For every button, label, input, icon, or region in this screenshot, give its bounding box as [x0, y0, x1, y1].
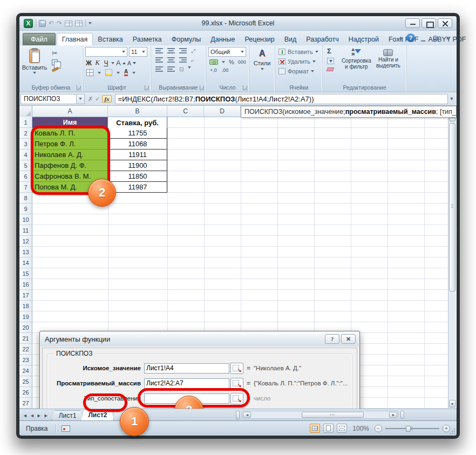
- row-header-5[interactable]: 5: [19, 160, 32, 171]
- align-center-icon[interactable]: [167, 57, 175, 63]
- enter-entry-icon[interactable]: ✓: [95, 96, 100, 103]
- vertical-scrollbar-thumb[interactable]: [449, 123, 455, 291]
- row-header-22[interactable]: 22: [19, 344, 32, 355]
- ribbon-tab-2[interactable]: Разметка: [128, 33, 167, 45]
- horizontal-scrollbar-thumb[interactable]: [302, 412, 364, 418]
- tab-scroll-splitter[interactable]: [236, 411, 240, 419]
- first-sheet-icon[interactable]: ◄: [23, 413, 28, 418]
- select-all-corner[interactable]: [19, 106, 32, 117]
- zoom-level[interactable]: 100%: [352, 425, 369, 432]
- ribbon-tab-6[interactable]: Вид: [280, 33, 302, 45]
- row-header-2[interactable]: 2: [19, 128, 32, 139]
- dialog-title-bar[interactable]: Аргументы функции ? ✕: [40, 332, 359, 347]
- fill-color-icon[interactable]: [105, 69, 112, 76]
- borders-icon[interactable]: [86, 69, 93, 76]
- name-box-dropdown-icon[interactable]: [77, 94, 85, 104]
- column-header-b[interactable]: B: [108, 106, 167, 117]
- increase-decimal-icon[interactable]: +,0: [210, 67, 217, 73]
- orientation-icon[interactable]: ⤢: [191, 48, 195, 55]
- delete-cells-button[interactable]: Удалить: [278, 58, 320, 65]
- find-select-button[interactable]: Найти и выделить: [372, 48, 404, 83]
- accounting-format-icon[interactable]: [209, 59, 218, 65]
- workbook-minimize-icon[interactable]: ▁: [419, 35, 427, 41]
- dialog-launcher-icon[interactable]: [145, 85, 149, 90]
- copy-icon[interactable]: [52, 59, 58, 65]
- workbook-restore-icon[interactable]: ❏: [431, 35, 440, 41]
- align-right-icon[interactable]: [179, 57, 187, 63]
- column-header-d[interactable]: D: [204, 106, 241, 117]
- bold-button[interactable]: Ж: [85, 59, 92, 67]
- header-cell-rate[interactable]: Ставка, руб.: [108, 117, 167, 128]
- increase-indent-icon[interactable]: [167, 66, 175, 72]
- fill-icon[interactable]: [327, 58, 334, 64]
- cell-rate[interactable]: 11987: [108, 182, 167, 193]
- row-header-14[interactable]: 14: [19, 257, 32, 268]
- zoom-slider-thumb[interactable]: [406, 426, 411, 432]
- format-painter-icon[interactable]: [52, 66, 59, 72]
- cell-rate[interactable]: 11068: [108, 139, 167, 150]
- row-header-4[interactable]: 4: [19, 150, 32, 160]
- row-header-27[interactable]: 27: [19, 398, 32, 409]
- help-icon[interactable]: ?: [406, 33, 415, 42]
- save-icon[interactable]: [39, 20, 46, 27]
- grow-font-button[interactable]: А: [116, 59, 121, 67]
- row-header-8[interactable]: 8: [19, 193, 32, 203]
- align-left-icon[interactable]: [155, 57, 163, 63]
- row-header-26[interactable]: 26: [19, 387, 32, 398]
- row-header-6[interactable]: 6: [19, 171, 32, 182]
- row-header-7[interactable]: 7: [19, 182, 32, 193]
- percent-style-button[interactable]: %: [229, 59, 234, 65]
- horizontal-scrollbar[interactable]: ◄ ►: [242, 411, 398, 419]
- file-tab[interactable]: Файл: [23, 33, 56, 45]
- expand-formula-bar-icon[interactable]: ▼: [448, 96, 455, 101]
- row-header-12[interactable]: 12: [19, 236, 32, 247]
- scroll-down-icon[interactable]: ▼: [449, 400, 455, 408]
- align-bottom-icon[interactable]: [179, 48, 187, 54]
- row-header-19[interactable]: 19: [19, 311, 32, 322]
- wrap-text-icon[interactable]: ⤶: [191, 57, 194, 64]
- ribbon-tab-3[interactable]: Формулы: [167, 33, 206, 45]
- row-header-21[interactable]: 21: [19, 333, 32, 344]
- sheet-tab-0[interactable]: Лист1: [52, 410, 84, 420]
- scroll-right-icon[interactable]: ►: [389, 412, 397, 418]
- row-header-18[interactable]: 18: [19, 301, 32, 311]
- cell-rate[interactable]: 11755: [108, 128, 167, 139]
- workbook-close-icon[interactable]: ✕: [444, 35, 452, 41]
- page-layout-view-button[interactable]: [323, 424, 334, 433]
- sort-filter-button[interactable]: А Я Сортировка и фильтр: [341, 48, 372, 83]
- row-header-24[interactable]: 24: [19, 365, 32, 376]
- macro-record-icon[interactable]: [62, 425, 70, 432]
- zoom-out-icon[interactable]: −: [375, 425, 382, 432]
- dialog-help-icon[interactable]: ?: [325, 334, 339, 344]
- formula-input[interactable]: =ИНДЕКС(Лист2!B2:B7;ПОИСКПОЗ(Лист1!A4;Ли…: [115, 94, 448, 104]
- name-box[interactable]: ПОИСКПОЗ: [21, 94, 77, 104]
- minimize-button[interactable]: [405, 18, 420, 28]
- row-header-3[interactable]: 3: [19, 139, 32, 150]
- scrollbar-split-handle[interactable]: [449, 118, 455, 121]
- dialog-launcher-icon[interactable]: [77, 85, 81, 90]
- comma-style-button[interactable]: 000: [238, 59, 246, 65]
- range-selector-icon[interactable]: ↘: [230, 378, 243, 389]
- row-header-15[interactable]: 15: [19, 268, 32, 279]
- shrink-font-button[interactable]: А: [127, 60, 131, 66]
- zoom-slider[interactable]: [385, 425, 439, 432]
- format-cells-button[interactable]: Формат: [278, 68, 320, 74]
- cell-rate[interactable]: 11850: [108, 171, 167, 182]
- italic-button[interactable]: К: [94, 59, 101, 67]
- normal-view-button[interactable]: [310, 424, 320, 433]
- close-button[interactable]: [438, 18, 452, 28]
- ribbon-tab-7[interactable]: Разработч: [301, 33, 343, 45]
- font-size-select[interactable]: 11: [129, 47, 147, 57]
- decrease-decimal-icon[interactable]: ,00: [222, 67, 229, 73]
- row-header-11[interactable]: 11: [19, 225, 32, 236]
- font-name-select[interactable]: [85, 47, 127, 57]
- column-header-a[interactable]: A: [32, 106, 108, 117]
- vertical-scrollbar[interactable]: ▼: [448, 118, 456, 408]
- cancel-entry-icon[interactable]: ✗: [88, 96, 93, 103]
- cell-styles-icon[interactable]: A: [259, 49, 266, 58]
- minimize-ribbon-icon[interactable]: ∧: [399, 35, 403, 41]
- ribbon-tab-4[interactable]: Данные: [206, 33, 240, 45]
- autosum-icon[interactable]: Σ: [327, 48, 341, 55]
- dialog-launcher-icon[interactable]: [243, 85, 248, 90]
- argument-input-1[interactable]: [144, 378, 229, 389]
